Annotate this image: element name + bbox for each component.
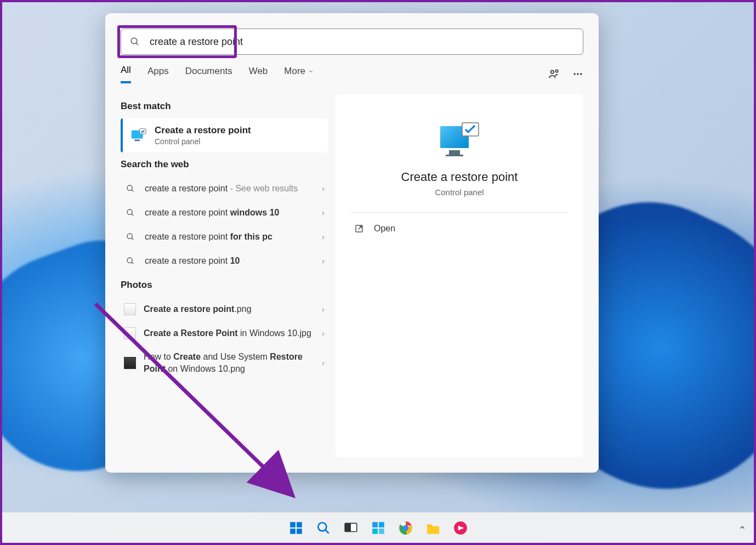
open-icon	[354, 224, 364, 234]
tray-chevron[interactable]	[738, 524, 746, 533]
svg-rect-20	[449, 150, 460, 155]
folder-icon	[426, 521, 440, 535]
chevron-right-icon: ›	[322, 257, 325, 265]
chevron-right-icon: ›	[322, 232, 325, 241]
svg-point-2	[551, 71, 554, 74]
web-result-text: create a restore point for this pc	[145, 231, 314, 243]
svg-rect-36	[379, 529, 384, 534]
svg-point-16	[127, 258, 132, 263]
windows-icon	[289, 521, 303, 535]
open-action[interactable]: Open	[351, 213, 568, 245]
web-result-text: create a restore point 10	[145, 255, 314, 267]
monitor-check-icon	[130, 128, 147, 143]
taskbar	[2, 512, 754, 543]
web-result-text: create a restore point - See web results	[145, 183, 314, 195]
svg-point-14	[127, 234, 132, 239]
svg-rect-33	[372, 522, 378, 527]
photo-result[interactable]: How to Create and Use System Restore Poi…	[121, 345, 328, 381]
app-button[interactable]	[449, 516, 472, 540]
results-column: Best match Create a restore point Contro…	[121, 94, 328, 457]
filter-tabs: All Apps Documents Web More	[105, 65, 599, 83]
search-input[interactable]	[150, 36, 574, 48]
svg-rect-25	[290, 522, 295, 527]
chevron-up-icon	[738, 524, 746, 531]
widgets-button[interactable]	[367, 516, 390, 540]
chevron-right-icon: ›	[322, 359, 325, 367]
web-result-text: create a restore point windows 10	[145, 207, 314, 219]
svg-line-13	[132, 214, 133, 215]
photo-result-text: Create a Restore Point in Windows 10.jpg	[144, 327, 314, 339]
web-result[interactable]: create a restore point - See web results…	[121, 177, 328, 201]
search-icon	[126, 232, 135, 241]
filter-all[interactable]: All	[121, 65, 131, 83]
search-box[interactable]	[121, 29, 583, 55]
svg-line-30	[325, 530, 329, 533]
svg-rect-28	[297, 529, 302, 534]
open-label: Open	[374, 224, 395, 234]
chevron-right-icon: ›	[322, 305, 325, 314]
chrome-button[interactable]	[394, 516, 417, 540]
file-thumb-icon	[124, 327, 136, 339]
svg-point-29	[318, 523, 326, 531]
svg-rect-8	[135, 140, 140, 141]
svg-point-0	[131, 38, 137, 44]
preview-pane: Create a restore point Control panel Ope…	[336, 94, 583, 457]
task-view-icon	[344, 521, 358, 535]
web-result[interactable]: create a restore point 10 ›	[121, 249, 328, 273]
search-button[interactable]	[312, 516, 335, 540]
explorer-button[interactable]	[422, 516, 445, 540]
widgets-icon	[371, 521, 385, 535]
svg-rect-26	[297, 522, 302, 527]
photo-result-text: Create a restore point.png	[144, 303, 314, 315]
svg-line-17	[132, 262, 133, 264]
best-match-title: Create a restore point	[155, 125, 251, 136]
chevron-right-icon: ›	[322, 208, 325, 217]
photo-result-text: How to Create and Use System Restore Poi…	[144, 351, 314, 376]
filter-web[interactable]: Web	[249, 66, 268, 82]
svg-point-40	[403, 525, 408, 530]
filter-apps[interactable]: Apps	[147, 66, 169, 82]
best-match-subtitle: Control panel	[155, 137, 251, 146]
best-match-heading: Best match	[121, 101, 328, 112]
web-result[interactable]: create a restore point windows 10 ›	[121, 201, 328, 225]
chevron-down-icon	[308, 68, 314, 75]
photo-result[interactable]: Create a restore point.png ›	[121, 297, 328, 321]
monitor-check-icon	[438, 122, 481, 159]
svg-point-3	[555, 70, 558, 72]
svg-point-5	[577, 73, 578, 75]
search-icon	[126, 184, 135, 193]
search-web-heading: Search the web	[121, 159, 328, 170]
people-icon[interactable]	[548, 68, 560, 80]
svg-point-4	[574, 73, 576, 75]
svg-point-6	[580, 73, 582, 75]
svg-rect-41	[427, 526, 439, 533]
svg-line-15	[132, 238, 133, 240]
svg-rect-32	[345, 523, 351, 531]
best-match-result[interactable]: Create a restore point Control panel	[121, 118, 328, 152]
task-view-button[interactable]	[339, 516, 362, 540]
svg-point-12	[127, 209, 132, 214]
svg-line-1	[136, 43, 138, 45]
svg-line-11	[132, 190, 133, 191]
chevron-right-icon: ›	[322, 184, 325, 193]
svg-rect-21	[446, 155, 463, 156]
chrome-icon	[399, 521, 413, 535]
search-icon	[126, 257, 135, 265]
web-result[interactable]: create a restore point for this pc ›	[121, 225, 328, 249]
photo-result[interactable]: Create a Restore Point in Windows 10.jpg…	[121, 321, 328, 345]
photos-heading: Photos	[121, 280, 328, 291]
start-button[interactable]	[285, 516, 308, 540]
chevron-right-icon: ›	[322, 329, 325, 338]
filter-documents[interactable]: Documents	[185, 66, 232, 82]
filter-more[interactable]: More	[284, 66, 314, 82]
start-search-panel: All Apps Documents Web More Best match C…	[105, 13, 599, 473]
file-thumb-icon	[124, 357, 136, 369]
svg-rect-35	[372, 529, 378, 534]
more-icon[interactable]	[572, 69, 583, 80]
file-thumb-icon	[124, 303, 136, 315]
preview-title: Create a restore point	[401, 170, 518, 184]
svg-point-10	[127, 185, 132, 190]
preview-subtitle: Control panel	[435, 188, 484, 197]
search-icon	[130, 37, 140, 47]
app-icon	[453, 521, 468, 535]
